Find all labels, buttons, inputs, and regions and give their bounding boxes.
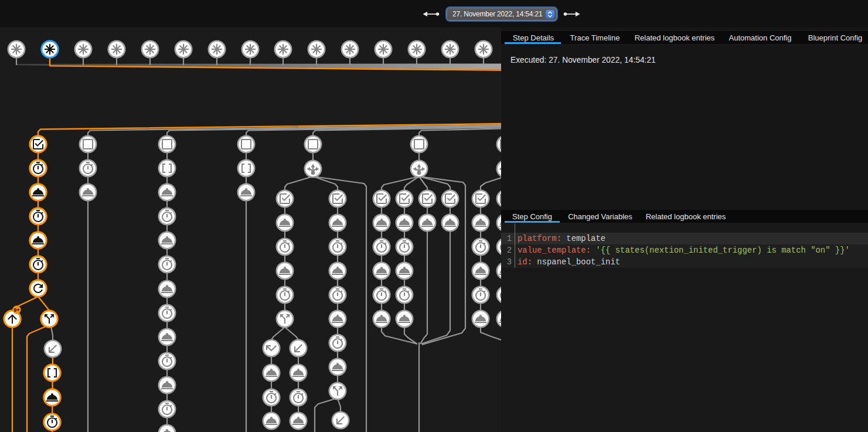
svg-text:9+: 9+ [13,307,19,313]
